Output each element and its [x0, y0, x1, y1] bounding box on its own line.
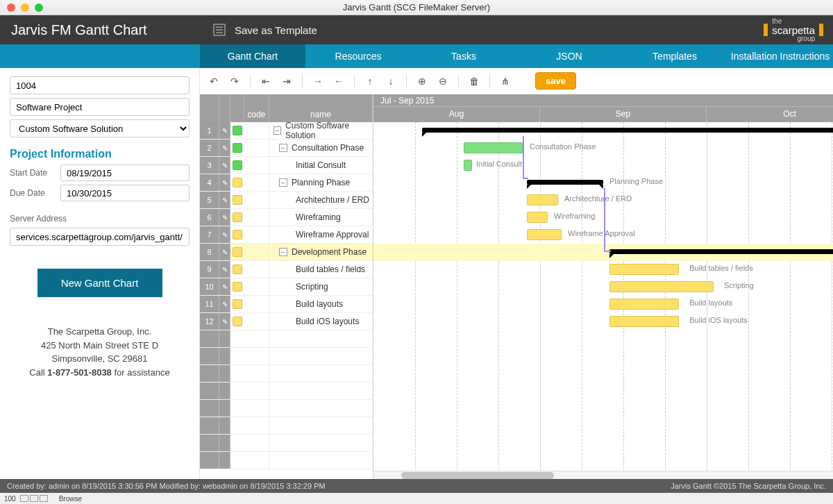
project-id-input[interactable]: [10, 76, 190, 94]
row-color-swatch[interactable]: [230, 122, 244, 139]
new-gantt-chart-button[interactable]: New Gantt Chart: [37, 269, 162, 297]
edit-row-icon[interactable]: ✎: [219, 261, 230, 278]
outdent-button[interactable]: ⇤: [258, 73, 274, 90]
task-row[interactable]: 10✎Scripting: [200, 278, 373, 296]
task-row[interactable]: 5✎Architechture / ERD: [200, 192, 373, 209]
task-row[interactable]: 1✎−Custom Software Solution: [200, 122, 373, 140]
summary-bar[interactable]: [527, 180, 603, 185]
row-name[interactable]: −Consultation Phase: [269, 140, 373, 156]
row-color-swatch[interactable]: [230, 140, 244, 156]
delete-button[interactable]: 🗑: [466, 73, 482, 90]
task-row-empty[interactable]: [200, 400, 373, 417]
row-name[interactable]: −Development Phase: [269, 244, 373, 260]
row-name[interactable]: Build iOS layouts: [269, 313, 373, 330]
task-row[interactable]: 3✎Initial Consult: [200, 157, 373, 174]
task-row[interactable]: 6✎Wireframing: [200, 209, 373, 226]
task-row[interactable]: 11✎Build layouts: [200, 296, 373, 313]
save-as-template-button[interactable]: Save as Template: [212, 23, 317, 37]
tab-resources[interactable]: Resources: [305, 44, 411, 68]
task-row-empty[interactable]: [200, 348, 373, 365]
row-color-swatch[interactable]: [230, 174, 244, 191]
task-row-empty[interactable]: [200, 365, 373, 383]
task-row-empty[interactable]: [200, 330, 373, 348]
task-bar[interactable]: [464, 142, 523, 153]
collapse-toggle-icon[interactable]: −: [279, 248, 287, 256]
row-name[interactable]: −Planning Phase: [269, 174, 373, 191]
row-color-swatch[interactable]: [230, 192, 244, 208]
row-color-swatch[interactable]: [230, 226, 244, 243]
row-color-swatch[interactable]: [230, 278, 244, 295]
edit-row-icon[interactable]: ✎: [219, 122, 230, 139]
move-up-button[interactable]: ↑: [362, 73, 378, 90]
edit-row-icon[interactable]: ✎: [219, 278, 230, 295]
edit-row-icon[interactable]: ✎: [219, 192, 230, 208]
task-row[interactable]: 4✎−Planning Phase: [200, 174, 373, 192]
edit-row-icon[interactable]: ✎: [219, 140, 230, 156]
row-name[interactable]: Build tables / fields: [269, 261, 373, 278]
zoom-in-button[interactable]: ⊕: [414, 73, 430, 90]
task-bar[interactable]: [527, 229, 562, 240]
dependency-button[interactable]: ⋔: [497, 73, 514, 90]
task-bar[interactable]: [609, 281, 714, 292]
edit-row-icon[interactable]: ✎: [219, 313, 230, 330]
row-name[interactable]: −Custom Software Solution: [269, 122, 373, 139]
task-bar[interactable]: [527, 194, 558, 205]
collapse-toggle-icon[interactable]: −: [279, 144, 287, 152]
row-color-swatch[interactable]: [230, 244, 244, 260]
row-color-swatch[interactable]: [230, 261, 244, 278]
tab-tasks[interactable]: Tasks: [411, 44, 516, 68]
task-row-empty[interactable]: [200, 435, 373, 452]
tab-gantt-chart[interactable]: Gantt Chart: [200, 44, 305, 68]
summary-bar[interactable]: [422, 128, 833, 133]
row-name[interactable]: Initial Consult: [269, 157, 373, 174]
move-left-button[interactable]: ←: [330, 73, 347, 90]
row-name[interactable]: Wireframing: [269, 209, 373, 226]
scrollbar-thumb[interactable]: [401, 472, 554, 479]
row-name[interactable]: Architechture / ERD: [269, 192, 373, 208]
row-color-swatch[interactable]: [230, 313, 244, 330]
col-header-name[interactable]: name: [269, 94, 373, 122]
task-bar[interactable]: [464, 160, 472, 171]
move-right-button[interactable]: →: [310, 73, 326, 90]
project-name-input[interactable]: [10, 98, 190, 116]
edit-row-icon[interactable]: ✎: [219, 157, 230, 174]
collapse-toggle-icon[interactable]: −: [274, 126, 281, 135]
task-row-empty[interactable]: [200, 417, 373, 435]
task-bar[interactable]: [527, 212, 548, 223]
task-bar[interactable]: [609, 264, 679, 275]
row-color-swatch[interactable]: [230, 157, 244, 174]
row-name[interactable]: Wireframe Approval: [269, 226, 373, 243]
task-row[interactable]: 12✎Build iOS layouts: [200, 313, 373, 330]
due-date-input[interactable]: [60, 185, 190, 201]
row-color-swatch[interactable]: [230, 296, 244, 312]
horizontal-scrollbar[interactable]: [373, 471, 833, 479]
redo-button[interactable]: ↷: [226, 73, 243, 90]
edit-row-icon[interactable]: ✎: [219, 209, 230, 226]
move-down-button[interactable]: ↓: [382, 73, 399, 90]
task-row-empty[interactable]: [200, 452, 373, 469]
tab-json[interactable]: JSON: [516, 44, 622, 68]
project-type-select[interactable]: Custom Software Solution: [10, 119, 190, 137]
tab-installation-instructions[interactable]: Installation Instructions: [727, 44, 833, 68]
undo-button[interactable]: ↶: [205, 73, 222, 90]
tab-templates[interactable]: Templates: [622, 44, 727, 68]
view-icon-2[interactable]: [30, 495, 38, 502]
row-name[interactable]: Build layouts: [269, 296, 373, 312]
gantt-timeline[interactable]: Jul - Sep 2015 AugSepOct Consultation Ph…: [373, 94, 833, 479]
task-row[interactable]: 9✎Build tables / fields: [200, 261, 373, 278]
indent-button[interactable]: ⇥: [278, 73, 295, 90]
edit-row-icon[interactable]: ✎: [219, 244, 230, 260]
view-icon-1[interactable]: [20, 495, 28, 502]
server-address-input[interactable]: [10, 228, 190, 246]
row-color-swatch[interactable]: [230, 209, 244, 226]
task-row[interactable]: 8✎−Development Phase: [200, 244, 373, 261]
edit-row-icon[interactable]: ✎: [219, 296, 230, 312]
collapse-toggle-icon[interactable]: −: [279, 178, 287, 187]
summary-bar[interactable]: [609, 249, 833, 254]
edit-row-icon[interactable]: ✎: [219, 174, 230, 191]
save-button[interactable]: save: [535, 72, 576, 90]
view-icon-3[interactable]: [40, 495, 48, 502]
start-date-input[interactable]: [60, 165, 190, 181]
row-name[interactable]: Scripting: [269, 278, 373, 295]
task-bar[interactable]: [609, 316, 679, 327]
